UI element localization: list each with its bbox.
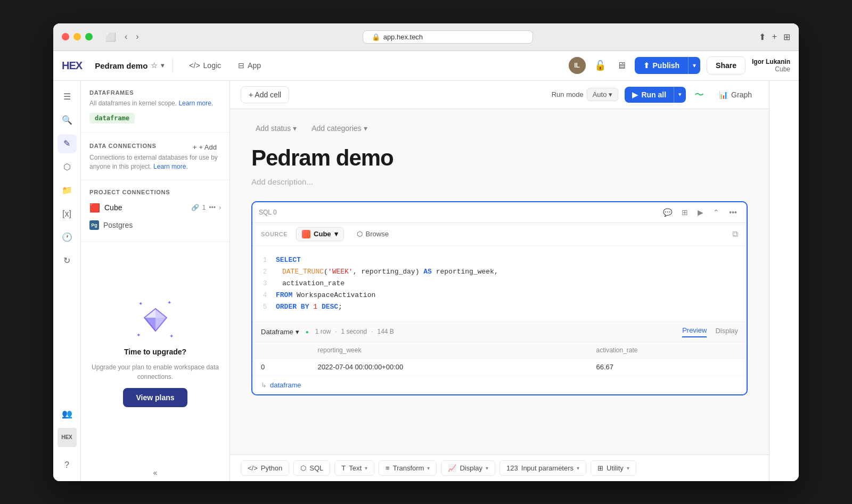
run-cell-btn[interactable]: ▶ — [694, 206, 707, 218]
new-tab-icon[interactable]: + — [772, 32, 777, 42]
avatar: IL — [569, 57, 586, 74]
right-sidebar — [769, 81, 799, 481]
dataframes-learn-more[interactable]: Learn more. — [178, 100, 213, 107]
source-select[interactable]: Cube ▾ — [296, 227, 344, 241]
run-all-dropdown-btn[interactable]: ▾ — [674, 87, 686, 103]
back-btn[interactable]: ‹ — [122, 31, 129, 43]
favorite-icon[interactable]: ☆ — [151, 61, 158, 70]
copy-icon-btn[interactable]: ⧉ — [732, 229, 738, 239]
col2-header: activation_rate — [587, 342, 747, 358]
share-button[interactable]: Share — [707, 56, 746, 75]
forward-btn[interactable]: › — [134, 31, 141, 43]
graph-icon: 📊 — [719, 90, 728, 99]
sidebar-item-users[interactable]: 👥 — [58, 404, 77, 424]
display-tab[interactable]: Display — [715, 326, 738, 337]
text-btn[interactable]: T Text ▾ — [334, 460, 374, 476]
row-val2-cell: 66.67 — [587, 358, 747, 375]
postgres-connection: Pg Postgres — [89, 217, 221, 233]
run-mode-select[interactable]: Auto ▾ — [587, 88, 619, 101]
page-title: Pedram demo — [251, 145, 748, 171]
more-icon[interactable]: ••• — [209, 204, 216, 211]
expand-icon[interactable]: › — [219, 204, 221, 211]
text-dropdown-icon: ▾ — [365, 465, 367, 471]
diamond-icon — [142, 307, 169, 333]
link-icon: 🔗 — [191, 204, 199, 211]
sidebar-toggle-btn[interactable]: ⬜ — [103, 31, 118, 43]
grid-icon[interactable]: ⊞ — [783, 32, 790, 42]
cube-links: 1 — [202, 204, 206, 211]
toolbar-right: Run mode Auto ▾ ▶ Run all ▾ 〜 — [552, 86, 758, 103]
publish-dropdown-btn[interactable]: ▾ — [688, 57, 700, 74]
data-connections-learn-more[interactable]: Learn more. — [153, 163, 188, 170]
content-area: + Add cell Run mode Auto ▾ ▶ Run all — [230, 81, 769, 481]
sparkle-2: ✦ — [167, 300, 171, 305]
sidebar-item-dataframes[interactable]: ✎ — [58, 134, 77, 153]
nav-tabs: </> Logic ⊟ App — [182, 58, 268, 73]
sidebar-item-history[interactable]: 🕐 — [58, 228, 77, 247]
activity-icon-btn[interactable]: 〜 — [692, 86, 706, 103]
add-cell-btn[interactable]: + Add cell — [241, 86, 289, 103]
tab-logic[interactable]: </> Logic — [182, 58, 228, 73]
url-input[interactable]: 🔒 app.hex.tech — [363, 30, 533, 44]
nav-controls: ⬜ ‹ › — [103, 31, 141, 43]
publish-button[interactable]: ⬆ Publish — [635, 57, 689, 74]
browse-btn[interactable]: ⬡ Browse — [353, 228, 393, 240]
rows-count: 1 row — [315, 328, 331, 335]
hex-logo: HEX — [62, 60, 82, 72]
sidebar-item-search[interactable]: 🔍 — [58, 111, 77, 130]
expand-btn[interactable]: ⌃ — [710, 206, 723, 218]
dataframe-select[interactable]: Dataframe ▾ — [261, 328, 299, 336]
view-plans-btn[interactable]: View plans — [123, 388, 187, 407]
transform-btn[interactable]: ≡ Transform ▾ — [379, 460, 437, 476]
sql-btn[interactable]: ⬡ SQL — [293, 460, 330, 476]
output-label: dataframe — [270, 381, 301, 389]
add-categories-btn[interactable]: Add categories ▾ — [307, 122, 371, 135]
monitor-icon-btn[interactable]: 🖥 — [615, 58, 628, 73]
col1-header: reporting_week — [309, 342, 587, 358]
close-button[interactable] — [62, 33, 69, 40]
graph-btn[interactable]: 📊 Graph — [712, 87, 758, 103]
comment-btn[interactable]: 💬 — [660, 206, 675, 218]
sidebar-item-folder[interactable]: 📁 — [58, 181, 77, 200]
run-mode-value: Auto — [593, 90, 607, 98]
python-btn[interactable]: </> Python — [241, 460, 289, 476]
input-params-dropdown-icon: ▾ — [577, 465, 579, 471]
sql-icon: ⬡ — [300, 464, 306, 472]
add-connection-btn[interactable]: + + Add — [189, 141, 221, 153]
publish-group: ⬆ Publish ▾ — [635, 57, 701, 74]
status-arrow: ▾ — [293, 124, 297, 133]
sidebar-item-hex-small: HEX — [58, 428, 77, 447]
share-icon[interactable]: ⬆ — [759, 32, 766, 42]
data-connections-title: DATA CONNECTIONS — [89, 143, 157, 149]
app-icon: ⊟ — [238, 61, 244, 70]
sidebar-item-variable[interactable]: [x] — [58, 204, 77, 224]
sidebar-item-cube[interactable]: ⬡ — [58, 158, 77, 177]
display-dropdown-icon: ▾ — [486, 465, 488, 471]
utility-btn[interactable]: ⊞ Utility ▾ — [591, 460, 636, 476]
maximize-button[interactable] — [85, 33, 93, 40]
page-description[interactable]: Add description... — [251, 177, 748, 186]
url-bar: 🔒 app.hex.tech — [148, 30, 748, 44]
collapse-panel-btn[interactable]: « — [81, 464, 230, 481]
tab-app[interactable]: ⊟ App — [231, 58, 268, 73]
code-line-5: 5 ORDER BY 1 DESC; — [263, 301, 736, 313]
input-params-btn[interactable]: 123 Input parameters ▾ — [499, 460, 586, 476]
code-editor[interactable]: 1 SELECT 2 DATE_TRUNC('WEEK', reporting_… — [252, 246, 747, 321]
minimize-button[interactable] — [73, 33, 81, 40]
add-status-btn[interactable]: Add status ▾ — [251, 122, 301, 135]
sidebar-item-refresh[interactable]: ↻ — [58, 251, 77, 270]
split-btn[interactable]: ⊞ — [678, 206, 691, 218]
editor-area: Add status ▾ Add categories ▾ Pedram dem… — [230, 109, 769, 455]
sidebar-item-help[interactable]: ? — [58, 456, 77, 475]
lock-icon: 🔒 — [372, 33, 380, 41]
project-name-text: Pedram demo — [95, 61, 148, 70]
cell-header: SQL 0 💬 ⊞ ▶ ⌃ ••• — [252, 202, 747, 223]
preview-tab[interactable]: Preview — [682, 326, 707, 337]
display-btn[interactable]: 📈 Display ▾ — [441, 460, 495, 476]
project-dropdown-icon[interactable]: ▾ — [161, 62, 164, 69]
dataframe-badge[interactable]: dataframe — [89, 113, 135, 123]
more-cell-btn[interactable]: ••• — [726, 206, 740, 218]
run-all-btn[interactable]: ▶ Run all — [625, 87, 674, 103]
lock-icon-btn[interactable]: 🔓 — [592, 57, 608, 73]
sidebar-item-menu[interactable]: ☰ — [58, 87, 77, 106]
